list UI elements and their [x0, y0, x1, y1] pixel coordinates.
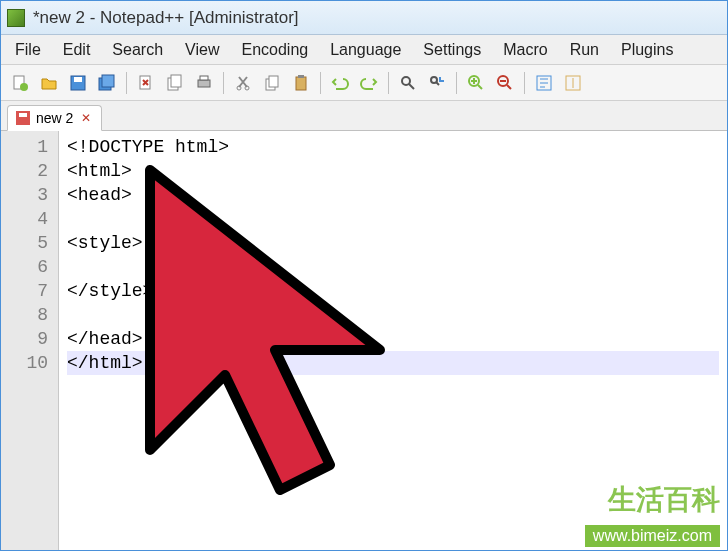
paste-button[interactable] — [288, 70, 314, 96]
svg-point-1 — [20, 83, 28, 91]
toolbar — [1, 65, 727, 101]
code-line[interactable]: <!DOCTYPE html> — [67, 135, 719, 159]
menu-file[interactable]: File — [5, 37, 51, 63]
cut-button[interactable] — [230, 70, 256, 96]
code-line[interactable] — [67, 255, 719, 279]
save-icon — [69, 74, 87, 92]
cut-icon — [234, 74, 252, 92]
line-number: 9 — [5, 327, 48, 351]
replace-icon — [428, 74, 446, 92]
menu-run[interactable]: Run — [560, 37, 609, 63]
code-line[interactable]: </style> — [67, 279, 719, 303]
toolbar-separator — [388, 72, 389, 94]
open-file-button[interactable] — [36, 70, 62, 96]
toolbar-separator — [126, 72, 127, 94]
menu-settings[interactable]: Settings — [413, 37, 491, 63]
window-title: *new 2 - Notepad++ [Administrator] — [33, 8, 299, 28]
close-file-button[interactable] — [133, 70, 159, 96]
svg-rect-24 — [19, 113, 27, 117]
code-line[interactable]: <head> — [67, 183, 719, 207]
unsaved-file-icon — [16, 111, 30, 125]
toolbar-separator — [524, 72, 525, 94]
menu-plugins[interactable]: Plugins — [611, 37, 683, 63]
line-number: 3 — [5, 183, 48, 207]
tab-label: new 2 — [36, 110, 73, 126]
code-line[interactable]: </head> — [67, 327, 719, 351]
line-number: 7 — [5, 279, 48, 303]
line-number-gutter: 12345678910 — [1, 131, 59, 550]
svg-rect-8 — [171, 75, 181, 87]
replace-button[interactable] — [424, 70, 450, 96]
zoom-out-icon — [496, 74, 514, 92]
undo-button[interactable] — [327, 70, 353, 96]
zoom-out-button[interactable] — [492, 70, 518, 96]
watermark-url: www.bimeiz.com — [585, 525, 720, 547]
menubar: File Edit Search View Encoding Language … — [1, 35, 727, 65]
undo-icon — [331, 74, 349, 92]
zoom-in-icon — [467, 74, 485, 92]
toolbar-separator — [320, 72, 321, 94]
menu-language[interactable]: Language — [320, 37, 411, 63]
notepadpp-window: *new 2 - Notepad++ [Administrator] File … — [0, 0, 728, 551]
line-number: 5 — [5, 231, 48, 255]
line-number: 2 — [5, 159, 48, 183]
tab-close-button[interactable]: ✕ — [79, 111, 93, 125]
line-number: 6 — [5, 255, 48, 279]
close-icon — [137, 74, 155, 92]
save-all-icon — [98, 74, 116, 92]
code-line[interactable]: <html> — [67, 159, 719, 183]
save-all-button[interactable] — [94, 70, 120, 96]
watermark-text: 生活百科 — [608, 481, 720, 519]
close-all-icon — [166, 74, 184, 92]
line-number: 8 — [5, 303, 48, 327]
copy-button[interactable] — [259, 70, 285, 96]
menu-search[interactable]: Search — [102, 37, 173, 63]
titlebar: *new 2 - Notepad++ [Administrator] — [1, 1, 727, 35]
menu-view[interactable]: View — [175, 37, 229, 63]
copy-icon — [263, 74, 281, 92]
svg-rect-5 — [102, 75, 114, 87]
zoom-in-button[interactable] — [463, 70, 489, 96]
print-button[interactable] — [191, 70, 217, 96]
wordwrap-button[interactable] — [531, 70, 557, 96]
svg-point-17 — [402, 77, 410, 85]
app-icon — [7, 9, 25, 27]
toolbar-separator — [456, 72, 457, 94]
menu-encoding[interactable]: Encoding — [231, 37, 318, 63]
line-number: 10 — [5, 351, 48, 375]
svg-rect-15 — [296, 77, 306, 90]
svg-rect-9 — [198, 80, 210, 87]
find-icon — [399, 74, 417, 92]
code-line[interactable]: <style> — [67, 231, 719, 255]
code-line[interactable] — [67, 303, 719, 327]
save-button[interactable] — [65, 70, 91, 96]
sync-v-icon — [535, 74, 553, 92]
new-file-button[interactable] — [7, 70, 33, 96]
print-icon — [195, 74, 213, 92]
open-file-icon — [40, 74, 58, 92]
code-line[interactable]: </html> — [67, 351, 719, 375]
toolbar-separator — [223, 72, 224, 94]
paste-icon — [292, 74, 310, 92]
find-button[interactable] — [395, 70, 421, 96]
sync-h-icon — [564, 74, 582, 92]
redo-icon — [360, 74, 378, 92]
show-all-chars-button[interactable] — [560, 70, 586, 96]
new-file-icon — [11, 74, 29, 92]
svg-rect-10 — [200, 76, 208, 80]
tabbar: new 2 ✕ — [1, 101, 727, 131]
svg-rect-16 — [298, 75, 304, 78]
menu-macro[interactable]: Macro — [493, 37, 557, 63]
menu-edit[interactable]: Edit — [53, 37, 101, 63]
redo-button[interactable] — [356, 70, 382, 96]
svg-rect-3 — [74, 77, 82, 82]
tab-new2[interactable]: new 2 ✕ — [7, 105, 102, 131]
close-all-button[interactable] — [162, 70, 188, 96]
code-line[interactable] — [67, 207, 719, 231]
line-number: 4 — [5, 207, 48, 231]
svg-rect-14 — [269, 76, 278, 87]
line-number: 1 — [5, 135, 48, 159]
